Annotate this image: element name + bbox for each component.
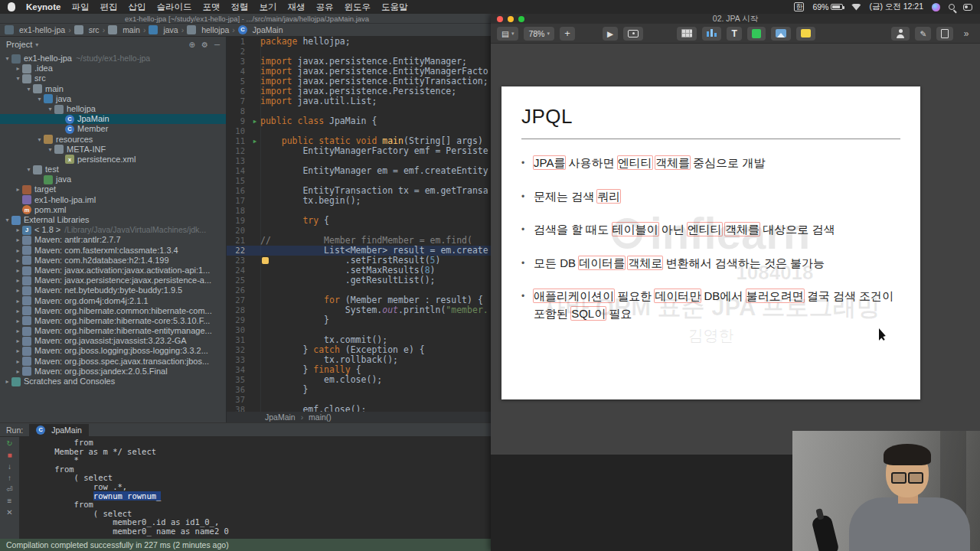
tree-item-maven-org-jboss-jandex-2-0-5-final[interactable]: ▸Maven: org.jboss:jandex:2.0.5.Final <box>0 367 226 377</box>
menubar-item-10[interactable]: 윈도우 <box>344 2 371 13</box>
tree-item-scratches-and-consoles[interactable]: ▸Scratches and Consoles <box>0 377 226 386</box>
chevron-right-icon[interactable]: ▸ <box>14 64 22 73</box>
chevron-right-icon[interactable]: ▸ <box>14 306 22 316</box>
breadcrumb-src[interactable]: src <box>74 25 100 34</box>
scroll-down-icon[interactable]: ↓ <box>8 462 11 471</box>
tree-item-test[interactable]: ▾test <box>0 165 226 174</box>
hide-panel-icon[interactable]: ─ <box>214 41 220 49</box>
code-line-33[interactable]: 33 tx.rollback(); <box>227 355 494 365</box>
gear-icon[interactable]: ⚙ <box>201 41 208 49</box>
chevron-down-icon[interactable]: ▾ <box>24 84 33 94</box>
tree-item-maven-org-hibernate-hibernate-entitymanage[interactable]: ▸Maven: org.hibernate:hibernate-entityma… <box>0 326 226 336</box>
menubar-item-6[interactable]: 정렬 <box>230 2 248 13</box>
code-line-8[interactable]: 8 <box>227 106 494 116</box>
menubar-item-1[interactable]: 파일 <box>71 2 89 13</box>
tree-item-src[interactable]: ▾src <box>0 73 226 83</box>
tree-item-jpamain[interactable]: CJpaMain <box>0 114 226 124</box>
chevron-right-icon[interactable]: ▸ <box>14 326 22 336</box>
code-line-5[interactable]: 5import javax.persistence.EntityTransact… <box>227 77 494 86</box>
toolbar-collaborate-button[interactable] <box>891 27 910 41</box>
chevron-right-icon[interactable]: ▸ <box>14 276 22 285</box>
code-line-25[interactable]: 25 .getResultList(); <box>227 276 494 285</box>
toolbar-text-button[interactable]: T <box>727 27 742 41</box>
menubar-item-3[interactable]: 삽입 <box>128 2 145 13</box>
toolbar-document-button[interactable] <box>936 27 953 41</box>
code-line-17[interactable]: 17 tx.begin(); <box>227 196 494 206</box>
tree-item-ex1-hello-jpa[interactable]: ▾ex1-hello-jpa~/study/ex1-hello-jpa <box>0 54 226 64</box>
tree-item-maven-org-dom4j-dom4j-2-1-1[interactable]: ▸Maven: org.dom4j:dom4j:2.1.1 <box>0 296 226 306</box>
tree-item-member[interactable]: CMember <box>0 124 226 134</box>
slide[interactable]: JPQL •JPA를 사용하면 엔티티 객체를 중심으로 개발•문제는 검색 쿼… <box>501 86 920 399</box>
breadcrumb-jpamain[interactable]: CJpaMain <box>238 25 283 34</box>
toolbar-shape-button[interactable] <box>747 27 766 41</box>
battery-icon[interactable]: 69% <box>812 2 843 11</box>
code-editor[interactable]: 1package hellojpa;23import javax.persist… <box>227 37 494 412</box>
tree-item-maven-net-bytebuddy-byte-buddy-1-9-5[interactable]: ▸Maven: net.bytebuddy:byte-buddy:1.9.5 <box>0 285 226 295</box>
tree-item-maven-org-hibernate-common-hibernate-com[interactable]: ▸Maven: org.hibernate.common:hibernate-c… <box>0 306 226 316</box>
code-line-26[interactable]: 26 <box>227 285 494 295</box>
code-line-31[interactable]: 31 tx.commit(); <box>227 335 494 345</box>
run-console-output[interactable]: from Member as m */ select * from ( sele… <box>20 437 494 539</box>
chevron-down-icon[interactable]: ▾ <box>35 135 44 145</box>
minimize-window-button[interactable] <box>508 16 514 22</box>
toolbar-play-button[interactable]: ▶ <box>603 27 618 41</box>
control-center-icon[interactable] <box>963 4 972 11</box>
tree-item-1-8[interactable]: ▸J< 1.8 >/Library/Java/JavaVirtualMachin… <box>0 225 226 235</box>
siri-icon[interactable] <box>932 3 940 11</box>
toolbar-format-button[interactable]: ✎ <box>915 27 931 41</box>
run-tab-jpamain[interactable]: C JpaMain <box>29 424 89 436</box>
menubar-item-5[interactable]: 포맷 <box>202 2 220 13</box>
zoom-window-button[interactable] <box>518 16 524 22</box>
chevron-right-icon[interactable]: ▸ <box>3 377 11 386</box>
tree-item-maven-org-hibernate-hibernate-core-5-3-10-f[interactable]: ▸Maven: org.hibernate:hibernate-core:5.3… <box>0 316 226 326</box>
toolbar-table-button[interactable] <box>677 27 697 41</box>
breadcrumb-main[interactable]: main <box>108 25 140 34</box>
chevron-right-icon[interactable]: ▸ <box>14 256 22 266</box>
menubar-item-7[interactable]: 보기 <box>259 2 276 13</box>
wifi-icon[interactable] <box>851 4 861 11</box>
code-line-15[interactable]: 15 <box>227 176 494 186</box>
chevron-right-icon[interactable]: ▸ <box>14 225 22 235</box>
tree-item-target[interactable]: ▸target <box>0 184 226 194</box>
run-arrow-icon[interactable]: ▶ <box>250 136 260 146</box>
code-line-37[interactable]: 37 <box>227 395 494 405</box>
tree-item-idea[interactable]: ▸.idea <box>0 64 226 73</box>
chevron-right-icon[interactable]: ▸ <box>14 316 22 326</box>
code-line-24[interactable]: 24 .setMaxResults(8) <box>227 266 494 276</box>
tree-item-external-libraries[interactable]: ▾External Libraries <box>0 215 226 225</box>
slide-title[interactable]: JPQL <box>521 105 900 129</box>
menubar-item-11[interactable]: 도움말 <box>381 2 408 13</box>
code-line-36[interactable]: 36 } <box>227 385 494 395</box>
menubar-item-2[interactable]: 편집 <box>100 2 117 13</box>
chevron-down-icon[interactable]: ▾ <box>46 145 54 155</box>
clock-icon[interactable]: (금) 오전 12:21 <box>869 2 923 12</box>
tree-item-maven-org-javassist-javassist-3-23-2-ga[interactable]: ▸Maven: org.javassist:javassist:3.23.2-G… <box>0 336 226 346</box>
locate-icon[interactable]: ⊕ <box>189 41 195 49</box>
chevron-down-icon[interactable]: ▾ <box>46 104 54 114</box>
tree-item-pom-xml[interactable]: mpom.xml <box>0 205 226 215</box>
code-line-19[interactable]: 19 try { <box>227 216 494 226</box>
settings-icon[interactable]: ≡ <box>8 497 12 505</box>
chevron-right-icon[interactable]: ▸ <box>14 296 22 306</box>
code-line-30[interactable]: 30 <box>227 325 494 335</box>
chevron-down-icon[interactable]: ▾ <box>14 73 22 83</box>
code-line-9[interactable]: 9▶public class JpaMain { <box>227 116 494 126</box>
clear-icon[interactable]: ✕ <box>6 508 12 517</box>
chevron-right-icon[interactable]: ▸ <box>14 235 22 245</box>
toolbar-media-button[interactable] <box>771 27 791 41</box>
code-line-13[interactable]: 13 <box>227 156 494 166</box>
tree-item-resources[interactable]: ▾resources <box>0 135 226 145</box>
tree-item-maven-com-fasterxml-classmate-1-3-4[interactable]: ▸Maven: com.fasterxml:classmate:1.3.4 <box>0 246 226 256</box>
code-line-20[interactable]: 20 <box>227 226 494 236</box>
intention-bulb-icon[interactable] <box>262 257 269 264</box>
tree-item-java[interactable]: java <box>0 174 226 184</box>
rerun-icon[interactable]: ↻ <box>6 439 12 448</box>
breadcrumb-ex1-hello-jpa[interactable]: ex1-hello-jpa <box>5 25 65 34</box>
chevron-down-icon[interactable]: ▾ <box>3 54 11 64</box>
app-menu-title[interactable]: Keynote <box>26 2 60 11</box>
menubar-item-8[interactable]: 재생 <box>287 2 305 13</box>
breadcrumb-java[interactable]: java <box>149 25 178 34</box>
code-line-10[interactable]: 10 <box>227 126 494 136</box>
code-line-29[interactable]: 29 } <box>227 315 494 325</box>
menubar-item-9[interactable]: 공유 <box>315 2 333 13</box>
